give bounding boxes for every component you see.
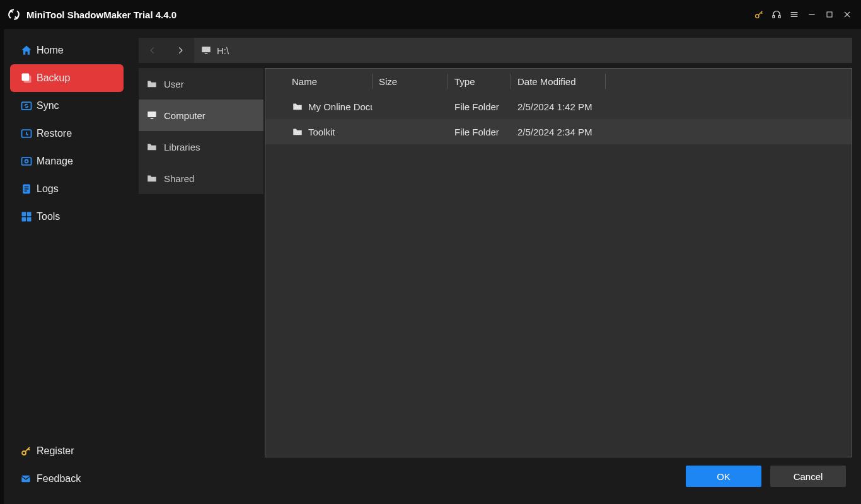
file-name: My Online Docu… bbox=[308, 101, 373, 112]
column-type[interactable]: Type bbox=[448, 69, 511, 94]
cancel-button[interactable]: Cancel bbox=[770, 466, 846, 487]
sidebar-item-label: Sync bbox=[37, 100, 59, 112]
svg-rect-27 bbox=[205, 54, 208, 55]
category-label: User bbox=[164, 79, 184, 89]
category-computer[interactable]: Computer bbox=[139, 100, 263, 131]
title-bar: MiniTool ShadowMaker Trial 4.4.0 bbox=[0, 0, 861, 29]
key-icon bbox=[20, 445, 37, 457]
file-row[interactable]: Toolkit File Folder 2/5/2024 2:34 PM bbox=[265, 119, 852, 144]
manage-icon bbox=[20, 155, 37, 168]
file-row[interactable]: My Online Docu… File Folder 2/5/2024 1:4… bbox=[265, 94, 852, 119]
mail-icon bbox=[20, 473, 37, 484]
path-text: H:\ bbox=[217, 45, 229, 56]
file-date: 2/5/2024 1:42 PM bbox=[511, 101, 606, 112]
ok-button[interactable]: OK bbox=[686, 466, 761, 487]
sidebar-item-label: Restore bbox=[37, 128, 72, 139]
svg-rect-19 bbox=[25, 191, 27, 192]
file-date: 2/5/2024 2:34 PM bbox=[511, 127, 606, 137]
column-name[interactable]: Name bbox=[265, 69, 373, 94]
sidebar-item-label: Feedback bbox=[37, 473, 81, 484]
logs-icon bbox=[20, 183, 37, 195]
sidebar-item-register[interactable]: Register bbox=[10, 437, 124, 465]
category-label: Shared bbox=[164, 173, 194, 184]
svg-point-24 bbox=[22, 451, 26, 455]
menu-icon[interactable] bbox=[785, 6, 803, 23]
category-label: Computer bbox=[164, 110, 205, 121]
svg-rect-11 bbox=[24, 76, 32, 83]
sidebar-item-restore[interactable]: Restore bbox=[10, 120, 124, 147]
sidebar-item-manage[interactable]: Manage bbox=[10, 147, 124, 175]
svg-rect-23 bbox=[27, 217, 32, 222]
svg-rect-1 bbox=[773, 15, 775, 18]
headphones-icon[interactable] bbox=[768, 6, 785, 23]
category-libraries[interactable]: Libraries bbox=[139, 131, 263, 163]
svg-point-0 bbox=[756, 14, 759, 18]
app-logo-icon bbox=[6, 7, 21, 22]
file-list: Name Size Type Date Modified My Online D… bbox=[265, 68, 852, 457]
file-name: Toolkit bbox=[308, 127, 335, 137]
category-label: Libraries bbox=[164, 142, 200, 152]
svg-rect-2 bbox=[778, 15, 780, 18]
svg-rect-29 bbox=[151, 118, 154, 120]
file-header: Name Size Type Date Modified bbox=[265, 69, 852, 94]
path-bar: H:\ bbox=[139, 38, 852, 63]
svg-rect-21 bbox=[27, 212, 32, 217]
column-date[interactable]: Date Modified bbox=[511, 69, 606, 94]
sidebar: Home Backup Sync Restore bbox=[4, 29, 130, 504]
sidebar-item-label: Register bbox=[37, 445, 74, 457]
file-type: File Folder bbox=[448, 101, 511, 112]
user-folder-icon bbox=[146, 78, 164, 89]
backup-icon bbox=[20, 72, 37, 84]
sidebar-item-label: Home bbox=[37, 45, 64, 56]
svg-rect-7 bbox=[827, 12, 832, 17]
home-icon bbox=[20, 44, 37, 57]
svg-rect-12 bbox=[22, 102, 32, 110]
tools-icon bbox=[20, 210, 37, 223]
maximize-button[interactable] bbox=[821, 6, 838, 23]
monitor-icon bbox=[146, 110, 164, 121]
close-button[interactable] bbox=[838, 6, 856, 23]
svg-rect-28 bbox=[147, 112, 156, 117]
content-pane: H:\ User Computer bbox=[130, 29, 861, 504]
category-user[interactable]: User bbox=[139, 68, 263, 100]
restore-icon bbox=[20, 127, 37, 140]
sidebar-item-label: Manage bbox=[37, 156, 73, 167]
sidebar-item-sync[interactable]: Sync bbox=[10, 92, 124, 120]
sidebar-item-logs[interactable]: Logs bbox=[10, 175, 124, 203]
svg-rect-22 bbox=[22, 217, 26, 222]
sidebar-item-backup[interactable]: Backup bbox=[10, 64, 124, 92]
file-type: File Folder bbox=[448, 127, 511, 137]
libraries-icon bbox=[146, 141, 164, 152]
sidebar-item-label: Backup bbox=[37, 72, 70, 84]
svg-rect-14 bbox=[22, 158, 32, 165]
column-rest bbox=[606, 69, 852, 94]
path-input[interactable]: H:\ bbox=[194, 38, 852, 63]
key-icon[interactable] bbox=[750, 6, 768, 23]
minimize-button[interactable] bbox=[803, 6, 821, 23]
folder-icon bbox=[292, 101, 303, 112]
folder-icon bbox=[292, 126, 303, 137]
sync-icon bbox=[20, 100, 37, 112]
sidebar-item-tools[interactable]: Tools bbox=[10, 203, 124, 231]
sidebar-item-feedback[interactable]: Feedback bbox=[10, 465, 124, 493]
svg-rect-17 bbox=[25, 186, 29, 188]
nav-back-button[interactable] bbox=[139, 38, 166, 63]
svg-rect-18 bbox=[25, 188, 29, 190]
shared-icon bbox=[146, 173, 164, 184]
svg-point-15 bbox=[25, 160, 28, 163]
sidebar-item-label: Tools bbox=[37, 211, 60, 222]
dialog-footer: OK Cancel bbox=[139, 457, 852, 495]
category-shared[interactable]: Shared bbox=[139, 163, 263, 194]
column-size[interactable]: Size bbox=[373, 69, 448, 94]
category-list: User Computer Libraries bbox=[139, 68, 263, 457]
sidebar-item-home[interactable]: Home bbox=[10, 37, 124, 64]
sidebar-item-label: Logs bbox=[37, 183, 59, 195]
app-title: MiniTool ShadowMaker Trial 4.4.0 bbox=[26, 9, 176, 20]
nav-forward-button[interactable] bbox=[166, 38, 194, 63]
svg-rect-26 bbox=[202, 47, 211, 52]
svg-rect-20 bbox=[22, 212, 26, 217]
monitor-icon bbox=[200, 45, 212, 56]
